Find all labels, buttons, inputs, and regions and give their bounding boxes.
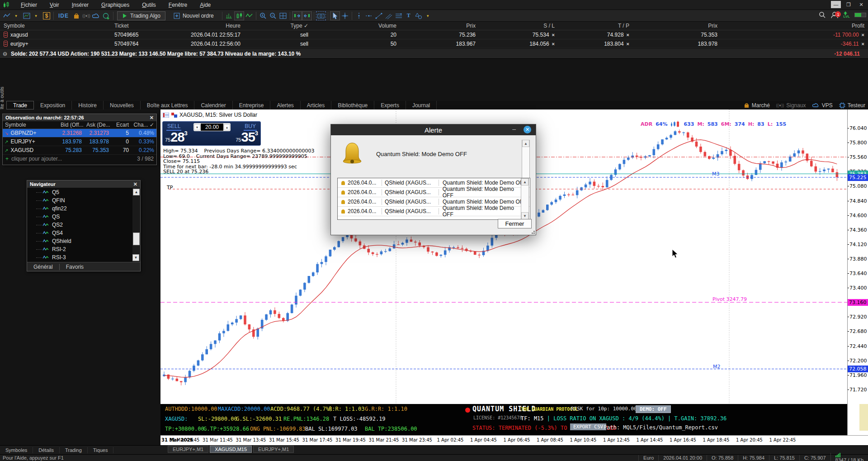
channel-icon[interactable]	[384, 11, 394, 20]
tab-entreprise[interactable]: Entreprise	[233, 101, 271, 109]
navigator-item-q5[interactable]: Q5	[42, 188, 132, 196]
navigator-scrollbar[interactable]: ▲ ▼	[132, 188, 140, 262]
table-row[interactable]: xagusd570496652026.04.01 22:55:17sell207…	[0, 30, 868, 39]
tab-experts[interactable]: Experts	[374, 101, 406, 109]
remove-tp-button[interactable]: ×	[627, 32, 629, 38]
remove-sl-button[interactable]: ×	[552, 32, 555, 38]
tab-nouvelles[interactable]: Nouvelles	[104, 101, 141, 109]
sell-price[interactable]: 75283	[165, 130, 188, 145]
profile-icon[interactable]: 1	[830, 11, 839, 19]
hline-icon[interactable]	[364, 11, 374, 20]
market-watch-titlebar[interactable]: Observation du marché: 22:57:26 ✕	[3, 114, 156, 121]
column-header[interactable]: S / L	[479, 23, 558, 29]
add-symbol-label[interactable]: cliquer pour ajouter...	[11, 156, 62, 162]
zoom-in-icon[interactable]	[258, 11, 268, 20]
zoom-out-icon[interactable]	[268, 11, 278, 20]
search-icon[interactable]	[819, 11, 826, 19]
level-icon[interactable]: LVL	[843, 11, 850, 19]
chart-window-icon[interactable]	[22, 11, 32, 20]
close-position-button[interactable]: ×	[862, 41, 864, 47]
column-header[interactable]: Type ✓	[244, 23, 312, 29]
chart-tab[interactable]: XAGUSD,M15	[210, 446, 252, 453]
shift-right-icon[interactable]	[292, 11, 302, 20]
mw-column-header[interactable]: Bid (Off...	[58, 122, 84, 128]
chart-tab[interactable]: EURJPY+,M1	[168, 446, 208, 453]
remove-tp-button[interactable]: ×	[627, 41, 629, 47]
m3-label[interactable]: M3	[712, 171, 720, 177]
mw-symbol-row[interactable]: ↗XAGUSD75.28375.353700.22%	[3, 146, 156, 155]
tab-vps[interactable]: VPS	[812, 102, 833, 109]
list-scrollbar[interactable]: ▲ ▼	[521, 178, 529, 219]
mw-column-header[interactable]: Cha... ✓	[131, 122, 156, 128]
tab-alertes[interactable]: Alertes	[270, 101, 300, 109]
menu-graphiques[interactable]: Graphiques	[95, 2, 136, 8]
scroll-up-icon[interactable]: ▲	[521, 178, 528, 185]
column-header[interactable]: Ticket	[111, 23, 163, 29]
new-order-button[interactable]: Nouvel ordre	[169, 11, 218, 20]
community-icon[interactable]	[101, 11, 111, 20]
mw-symbol-row[interactable]: ↗EURJPY+183.978183.97800.33%	[3, 138, 156, 146]
chart-line-icon[interactable]	[2, 11, 12, 20]
chart-tab[interactable]: EURJPY+,M1	[253, 446, 294, 453]
panel-tab-d-tails[interactable]: Détails	[33, 447, 60, 453]
buy-price[interactable]: 75353	[236, 130, 258, 145]
navigator-item-rsi-2[interactable]: RSI-2	[42, 245, 132, 253]
scrollbar-thumb[interactable]	[133, 233, 140, 245]
navigator-item-rsi-3[interactable]: RSI-3	[42, 253, 132, 261]
alert-dialog-titlebar[interactable]: Alerte – ✕	[331, 124, 536, 135]
time-axis[interactable]: 31 Mar 202631 Mar 09:4531 Mar 11:4531 Ma…	[160, 435, 868, 445]
column-header[interactable]: Heure	[163, 23, 244, 29]
tab-exposition[interactable]: Exposition	[34, 101, 72, 109]
tab-calendrier[interactable]: Calendrier	[194, 101, 232, 109]
tab-biblioth-que[interactable]: Bibliothèque	[331, 101, 374, 109]
panel-tab-tiques[interactable]: Tiques	[88, 447, 114, 453]
volume-down-icon[interactable]: ▾	[194, 124, 200, 130]
text-icon[interactable]: T	[404, 11, 414, 20]
ide-button[interactable]: IDE	[56, 13, 71, 19]
tab-journal[interactable]: Journal	[406, 101, 437, 109]
menu-insérer[interactable]: Insérer	[66, 2, 95, 8]
navigator-item-qs[interactable]: QS	[42, 213, 132, 221]
navigator-item-qs4[interactable]: QS4	[42, 229, 132, 237]
scroll-down-icon[interactable]: ▼	[132, 254, 139, 261]
market-watch-footer[interactable]: + cliquer pour ajouter... 3 / 982	[3, 155, 156, 162]
close-icon[interactable]: ✕	[150, 115, 154, 121]
column-header[interactable]: Prix	[400, 23, 479, 29]
minimize-window-button[interactable]: —	[831, 1, 841, 8]
alert-history-row[interactable]: 2026.04.0...QShield (XAGUS...Quantum Shi…	[338, 188, 530, 197]
dropdown[interactable]: ▾	[32, 11, 42, 20]
pivot-label[interactable]: Pivot 3247.79	[712, 296, 747, 302]
remove-sl-button[interactable]: ×	[552, 41, 555, 47]
m2-label[interactable]: M2	[713, 364, 721, 370]
signals-icon[interactable]: ((●))	[81, 11, 91, 20]
menu-fenêtre[interactable]: Fenêtre	[162, 2, 193, 8]
volume-stepper[interactable]: ▾ 20.00 ▴	[193, 123, 231, 131]
volume-up-icon[interactable]: ▴	[224, 124, 230, 130]
navigator-item-qshield[interactable]: QShield	[42, 237, 132, 245]
panel-tab-trading[interactable]: Trading	[60, 447, 88, 453]
dollar-icon[interactable]: $	[42, 11, 52, 20]
close-window-button[interactable]: ✕	[856, 1, 866, 8]
camera-icon[interactable]	[316, 11, 326, 20]
tab-marché[interactable]: Marché	[744, 102, 770, 109]
tab-articles[interactable]: Articles	[301, 101, 331, 109]
trading-algo-button[interactable]: Trading Algo	[117, 11, 165, 20]
dialog-close-icon[interactable]: ✕	[524, 126, 531, 133]
collapse-icon[interactable]: ⊖	[3, 51, 7, 57]
close-position-button[interactable]: ×	[862, 32, 864, 38]
demo-toggle-button[interactable]: DEMO: OFF	[636, 405, 671, 413]
candles-icon[interactable]	[234, 11, 244, 20]
menu-outils[interactable]: Outils	[136, 2, 162, 8]
fermer-button[interactable]: Fermer	[498, 219, 532, 228]
scroll-up-icon[interactable]: ▲	[133, 189, 140, 195]
mw-column-header[interactable]: Ecart	[111, 122, 131, 128]
cloud-icon[interactable]	[91, 11, 101, 20]
menu-fichier[interactable]: Fichier	[14, 2, 43, 8]
shapes-icon[interactable]	[414, 11, 424, 20]
tp-line-label[interactable]: TP	[167, 185, 173, 190]
mw-column-header[interactable]: Ask (De...	[84, 122, 111, 128]
tab-trade[interactable]: Trade	[6, 101, 34, 109]
trendline-icon[interactable]	[374, 11, 384, 20]
close-icon[interactable]: ✕	[133, 181, 137, 187]
cursor-icon[interactable]	[330, 11, 340, 20]
